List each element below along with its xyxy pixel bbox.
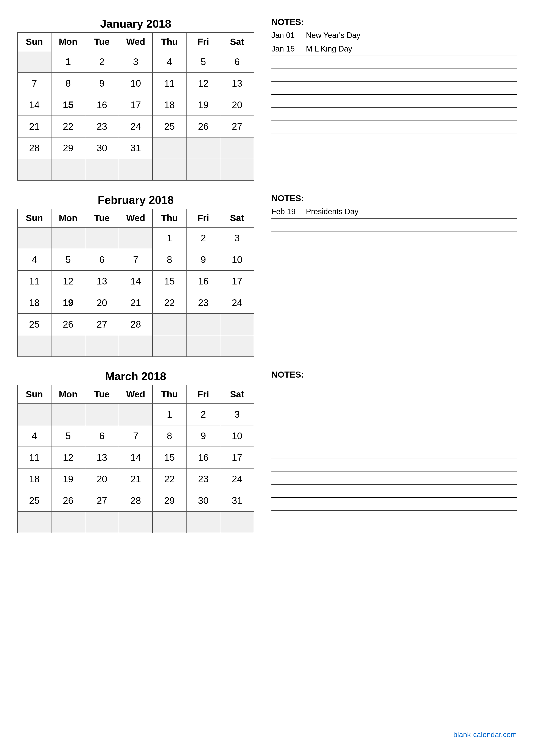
note-line-1-0 — [271, 219, 517, 231]
cell-1-1: 5 — [51, 249, 85, 270]
cell-0-3 — [119, 404, 153, 425]
note-line-0-0 — [271, 56, 517, 69]
cell-1-2: 6 — [85, 249, 119, 270]
cell-5-6 — [220, 511, 254, 533]
cell-1-2: 6 — [85, 425, 119, 447]
cell-4-4 — [153, 313, 186, 335]
cell-0-3 — [119, 228, 153, 249]
header-sat: Sat — [220, 33, 254, 51]
cell-2-5: 19 — [186, 94, 220, 116]
cell-4-4: 29 — [153, 490, 186, 511]
footer-link[interactable]: blank-calendar.com — [453, 730, 517, 739]
note-line-1-1 — [271, 231, 517, 244]
cell-0-2 — [85, 404, 119, 425]
cell-5-4 — [153, 511, 186, 533]
header-wed: Wed — [119, 385, 153, 404]
cell-4-2: 27 — [85, 313, 119, 335]
cell-4-3: 28 — [119, 313, 153, 335]
holiday-date-1-0: Feb 19 — [271, 207, 297, 216]
cell-0-4: 1 — [153, 404, 186, 425]
cell-0-2 — [85, 228, 119, 249]
cell-3-6: 27 — [220, 116, 254, 137]
note-line-2-3 — [271, 420, 517, 433]
header-thu: Thu — [153, 209, 186, 228]
cell-5-2 — [85, 159, 119, 180]
cell-3-6: 24 — [220, 292, 254, 313]
cell-5-0 — [17, 159, 51, 180]
cell-4-6: 31 — [220, 490, 254, 511]
cell-4-5 — [186, 137, 220, 159]
cell-3-5: 23 — [186, 468, 220, 490]
cell-0-4: 4 — [153, 51, 186, 73]
cell-0-1 — [51, 228, 85, 249]
note-line-2-0 — [271, 381, 517, 394]
holiday-name-0-0: New Year's Day — [306, 31, 360, 40]
note-line-1-6 — [271, 296, 517, 309]
cell-0-0 — [17, 404, 51, 425]
cell-3-3: 21 — [119, 292, 153, 313]
cell-0-1: 1 — [51, 51, 85, 73]
note-line-0-3 — [271, 94, 517, 108]
note-line-2-6 — [271, 459, 517, 472]
notes-section-2: NOTES: — [271, 370, 517, 511]
note-line-0-7 — [271, 146, 517, 159]
cell-2-3: 14 — [119, 270, 153, 292]
cell-4-0: 28 — [17, 137, 51, 159]
cell-4-1: 26 — [51, 490, 85, 511]
calendar-section-1: February 2018SunMonTueWedThuFriSat123456… — [17, 194, 254, 357]
cell-3-3: 21 — [119, 468, 153, 490]
cell-3-5: 23 — [186, 292, 220, 313]
footer: blank-calendar.com — [17, 726, 517, 739]
cell-2-1: 15 — [51, 94, 85, 116]
cell-1-5: 12 — [186, 73, 220, 94]
cell-0-5: 5 — [186, 51, 220, 73]
cell-1-0: 4 — [17, 249, 51, 270]
cell-3-0: 18 — [17, 292, 51, 313]
cell-1-1: 5 — [51, 425, 85, 447]
header-sun: Sun — [17, 209, 51, 228]
cell-1-0: 7 — [17, 73, 51, 94]
holiday-name-1-0: Presidents Day — [306, 207, 358, 216]
cell-2-6: 17 — [220, 447, 254, 468]
page-content: January 2018SunMonTueWedThuFriSat1234567… — [17, 17, 517, 533]
note-line-0-1 — [271, 69, 517, 82]
cell-5-5 — [186, 511, 220, 533]
cell-3-4: 22 — [153, 468, 186, 490]
header-mon: Mon — [51, 33, 85, 51]
cell-0-0 — [17, 51, 51, 73]
calendar-table-2: SunMonTueWedThuFriSat1234567891011121314… — [17, 385, 254, 533]
header-fri: Fri — [186, 385, 220, 404]
cell-2-2: 13 — [85, 270, 119, 292]
cell-4-2: 27 — [85, 490, 119, 511]
cell-4-2: 30 — [85, 137, 119, 159]
cell-0-5: 2 — [186, 404, 220, 425]
header-fri: Fri — [186, 209, 220, 228]
cell-0-0 — [17, 228, 51, 249]
cell-3-2: 23 — [85, 116, 119, 137]
cell-5-1 — [51, 511, 85, 533]
cell-5-1 — [51, 335, 85, 357]
month-title-1: February 2018 — [17, 194, 254, 206]
holiday-date-0-0: Jan 01 — [271, 31, 297, 40]
note-line-1-2 — [271, 244, 517, 257]
cell-1-3: 10 — [119, 73, 153, 94]
cell-5-2 — [85, 335, 119, 357]
cell-4-0: 25 — [17, 490, 51, 511]
header-fri: Fri — [186, 33, 220, 51]
holiday-line-0-1: Jan 15M L King Day — [271, 42, 517, 56]
cell-4-6 — [220, 313, 254, 335]
cell-5-3 — [119, 159, 153, 180]
cell-4-1: 29 — [51, 137, 85, 159]
note-line-0-2 — [271, 82, 517, 94]
cell-0-6: 3 — [220, 228, 254, 249]
calendar-section-2: March 2018SunMonTueWedThuFriSat123456789… — [17, 370, 254, 533]
cell-1-4: 11 — [153, 73, 186, 94]
cell-5-6 — [220, 335, 254, 357]
cell-4-0: 25 — [17, 313, 51, 335]
cell-2-0: 11 — [17, 270, 51, 292]
cell-2-0: 14 — [17, 94, 51, 116]
calendar-section-0: January 2018SunMonTueWedThuFriSat1234567… — [17, 17, 254, 180]
cell-2-4: 15 — [153, 270, 186, 292]
cell-3-6: 24 — [220, 468, 254, 490]
header-thu: Thu — [153, 33, 186, 51]
